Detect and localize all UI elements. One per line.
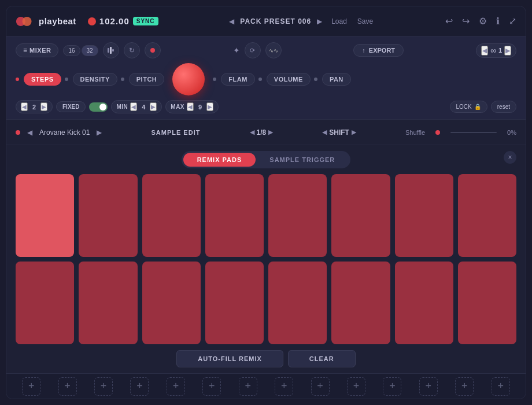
pad-15[interactable] [395,262,453,344]
pad-7[interactable] [395,174,453,257]
tab-remix-pads[interactable]: REMIX PADS [183,153,256,167]
add-track-button-2[interactable]: + [58,377,77,396]
num32-button[interactable]: 32 [82,45,98,56]
shift-next-button[interactable]: ▶ [352,128,356,136]
density-button[interactable]: DENSITY [73,73,117,86]
flam-button[interactable]: FLAM [221,73,255,86]
min-value: 4 [139,104,147,111]
bpm-value[interactable]: 102.00 [99,16,130,26]
close-icon: × [508,153,512,161]
inf-prev-button[interactable]: ◀ [481,46,488,56]
waves-button[interactable]: ∿∿ [265,42,282,58]
track-prev-button[interactable]: ◀ [27,128,32,137]
add-track-button-5[interactable]: + [167,377,185,396]
pad-1[interactable] [16,174,74,257]
pad-2[interactable] [79,174,137,257]
shift-prev-button[interactable]: ◀ [322,128,327,136]
tabs-container: REMIX PADS SAMPLE TRIGGER [16,151,516,168]
sync-badge[interactable]: SYNC [133,17,158,25]
redo-button[interactable]: ↪ [462,16,470,27]
max-label: MAX [171,104,184,110]
settings-button[interactable]: ⚙ [479,16,487,27]
fixed-button[interactable]: FIXED [56,101,86,112]
steps-next-button[interactable]: ▶ [40,102,47,111]
num16-button[interactable]: 16 [63,45,80,56]
max-prev-button[interactable]: ◀ [187,102,194,111]
load-button[interactable]: Load [328,16,350,27]
sample-edit-button[interactable]: SAMPLE EDIT [151,129,200,136]
loop-icon: ⟳ [250,47,255,54]
add-track-button-8[interactable]: + [275,377,293,396]
division-next-button[interactable]: ▶ [268,128,273,136]
pan-button[interactable]: PAN [322,73,351,86]
add-track-button-3[interactable]: + [94,377,113,396]
min-prev-button[interactable]: ◀ [130,102,137,111]
param-row: ◀ 2 ▶ FIXED MIN ◀ 4 ▶ MAX ◀ 9 ▶ LOCK 🔒 [16,100,516,113]
steps-button[interactable]: STEPS [24,73,61,86]
add-track-button-7[interactable]: + [239,377,257,396]
max-group: MAX ◀ 9 ▶ [165,100,219,113]
division-value: 1/8 [257,128,267,137]
main-knob[interactable] [172,63,205,95]
pad-4[interactable] [205,174,264,257]
export-button[interactable]: ↑ EXPORT [353,44,404,57]
svg-point-1 [23,17,32,26]
save-button[interactable]: Save [354,16,376,27]
steps-prev-button[interactable]: ◀ [21,102,28,111]
tab-sample-trigger[interactable]: SAMPLE TRIGGER [256,153,349,167]
lock-button[interactable]: LOCK 🔒 [450,101,487,113]
add-track-button-4[interactable]: + [130,377,149,396]
next-preset-button[interactable]: ▶ [315,16,324,27]
division-prev-button[interactable]: ◀ [250,128,254,136]
pad-12[interactable] [205,262,264,344]
loop-button[interactable]: ⟳ [245,42,261,58]
volume-button[interactable]: VOLUME [267,73,311,86]
reset-button[interactable]: reset [491,101,516,113]
bpm-area: 102.00 SYNC [88,16,158,26]
add-track-button-13[interactable]: + [455,377,474,396]
add-track-button-12[interactable]: + [419,377,438,396]
pad-5[interactable] [268,174,327,257]
clear-button[interactable]: CLEAR [288,350,356,367]
division-group: ◀ 1/8 ▶ [250,128,274,137]
pattern-icon [107,46,115,54]
pad-8[interactable] [458,174,516,257]
record-button[interactable] [145,42,161,58]
track-next-button[interactable]: ▶ [97,128,102,137]
pad-3[interactable] [142,174,201,257]
info-button[interactable]: ℹ [496,16,500,27]
add-track-button-11[interactable]: + [383,377,401,396]
add-track-button-6[interactable]: + [202,377,221,396]
add-track-button-1[interactable]: + [22,377,40,396]
pad-11[interactable] [142,262,201,344]
refresh-button[interactable]: ↻ [124,42,140,58]
add-track-button-9[interactable]: + [311,377,330,396]
auto-fill-remix-button[interactable]: AUTO-FILL REMIX [176,350,283,367]
shuffle-label: Shuffle [405,129,425,136]
pattern-icon-button[interactable] [103,42,119,58]
expand-button[interactable]: ⤢ [509,16,516,27]
lock-icon: 🔒 [474,104,481,110]
svg-rect-3 [110,47,112,54]
num-pair: 16 32 [63,45,98,56]
undo-button[interactable]: ↩ [445,16,453,27]
pad-9[interactable] [16,262,74,344]
min-next-button[interactable]: ▶ [150,102,157,111]
add-track-button-10[interactable]: + [347,377,365,396]
big-knob-area [172,63,205,95]
close-button[interactable]: × [504,151,516,164]
shuffle-bar[interactable] [450,132,497,133]
toggle-switch[interactable] [89,102,108,112]
prev-preset-button[interactable]: ◀ [227,16,237,27]
pitch-button[interactable]: PITCH [129,73,165,86]
pad-13[interactable] [268,262,327,344]
mixer-button[interactable]: ≡ MIXER [16,43,58,57]
pad-10[interactable] [79,262,137,344]
pad-16[interactable] [458,262,516,344]
pad-6[interactable] [331,174,390,257]
max-next-button[interactable]: ▶ [206,102,213,111]
inf-next-button[interactable]: ▶ [504,46,511,56]
pad-14[interactable] [331,262,390,344]
pan-dot [314,78,317,81]
add-track-button-14[interactable]: + [492,377,510,396]
